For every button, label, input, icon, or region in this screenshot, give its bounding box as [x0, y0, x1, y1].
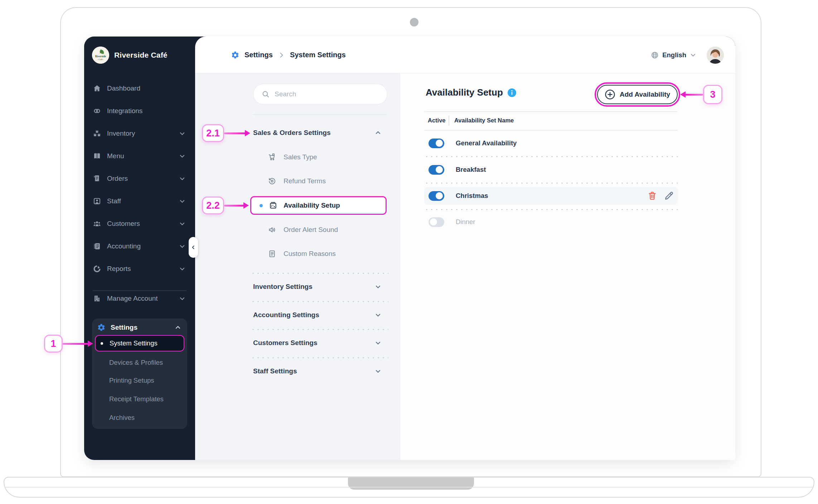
link-icon — [93, 107, 101, 115]
section-inventory-settings[interactable]: Inventory Settings — [253, 280, 382, 294]
sidebar-item-devices-profiles[interactable]: Devices & Profiles — [109, 355, 184, 370]
breadcrumb-system-settings[interactable]: System Settings — [290, 51, 346, 59]
sidebar-collapse-handle[interactable] — [189, 237, 198, 258]
row-label: Christmas — [456, 192, 488, 200]
section-sales-orders-settings[interactable]: Sales & Orders Settings — [253, 126, 382, 140]
sidebar-item-staff[interactable]: Staff — [93, 190, 187, 212]
sidebar-item-customers[interactable]: Customers — [93, 212, 187, 235]
nav-item-availability-setup[interactable]: Availability Setup — [250, 196, 387, 215]
sidebar-item-inventory[interactable]: Inventory — [93, 122, 187, 145]
sidebar-item-orders[interactable]: Orders — [93, 167, 187, 190]
table-row: General Availability — [424, 134, 678, 152]
dotted-separator — [251, 273, 388, 274]
sidebar-item-label: Printing Setups — [109, 377, 154, 384]
riverside-cafe-logo-icon: Riverside - Café - — [92, 47, 109, 64]
settings-nav-panel: Sales & Orders Settings Sales Type Refun… — [195, 73, 400, 460]
dotted-separator — [424, 156, 678, 157]
sidebar-item-label: Staff — [107, 197, 172, 205]
nav-item-refund-terms[interactable]: Refund Terms — [268, 173, 375, 189]
language-selector[interactable]: English — [650, 51, 697, 59]
chevron-up-icon — [374, 129, 382, 137]
app-header: Settings System Settings English — [195, 37, 735, 73]
table-row: Dinner — [424, 213, 678, 231]
section-customers-settings[interactable]: Customers Settings — [253, 336, 382, 350]
sidebar-nav: Dashboard Integrations Inventory Menu Or… — [93, 77, 187, 280]
nav-item-order-alert-sound[interactable]: Order Alert Sound — [268, 222, 375, 238]
globe-icon — [650, 51, 659, 59]
sidebar-item-label: Receipt Templates — [109, 395, 164, 403]
active-dot-icon — [101, 342, 103, 345]
main-content: Availability Setup Add Availability Acti… — [400, 73, 735, 460]
sidebar-item-integrations[interactable]: Integrations — [93, 100, 187, 122]
people-icon — [93, 219, 101, 228]
toggle-knob — [436, 166, 443, 173]
nav-item-label: Availability Setup — [284, 202, 340, 209]
sidebar-item-printing-setups[interactable]: Printing Setups — [109, 373, 184, 388]
sidebar-item-label: Dashboard — [107, 84, 140, 92]
sidebar-item-menu[interactable]: Menu — [93, 145, 187, 167]
toggle-dinner[interactable] — [429, 217, 444, 227]
nav-item-label: Sales Type — [284, 153, 317, 161]
trash-icon[interactable] — [647, 190, 658, 201]
breadcrumb-settings[interactable]: Settings — [245, 51, 273, 59]
dotted-separator — [424, 183, 678, 184]
sidebar-item-dashboard[interactable]: Dashboard — [93, 77, 187, 100]
section-accounting-settings[interactable]: Accounting Settings — [253, 308, 382, 322]
sidebar-item-label: Settings — [111, 324, 169, 331]
sidebar-item-label: Integrations — [107, 107, 142, 115]
annotation-arrowhead-icon — [243, 202, 249, 209]
svg-text:Riverside: Riverside — [95, 55, 106, 58]
section-staff-settings[interactable]: Staff Settings — [253, 364, 382, 378]
row-label: Breakfast — [456, 166, 486, 174]
main-title-row: Availability Setup — [426, 87, 517, 98]
laptop-camera-dot — [410, 18, 418, 26]
row-label: General Availability — [456, 139, 517, 147]
separator — [253, 114, 387, 115]
search-icon — [261, 90, 270, 98]
sidebar-item-settings[interactable]: Settings — [97, 320, 182, 335]
sidebar-item-archives[interactable]: Archives — [109, 411, 184, 425]
toggle-christmas[interactable] — [429, 191, 444, 201]
section-label: Sales & Orders Settings — [253, 129, 374, 137]
home-icon — [93, 84, 101, 93]
avatar[interactable] — [707, 47, 724, 64]
app-window: Riverside - Café - Riverside Café Dashbo… — [84, 37, 735, 460]
chevron-down-icon — [374, 339, 382, 347]
annotation-arrow-line — [685, 94, 703, 96]
nav-item-sales-type[interactable]: Sales Type — [268, 149, 375, 165]
chevron-right-icon — [278, 52, 285, 59]
toggle-breakfast[interactable] — [429, 165, 444, 175]
edit-pencil-icon[interactable] — [663, 190, 674, 201]
annotation-arrowhead-icon — [88, 340, 93, 347]
brand: Riverside - Café - Riverside Café — [92, 46, 168, 64]
sidebar-item-reports[interactable]: Reports — [93, 257, 187, 280]
active-dot-icon — [260, 204, 263, 207]
add-availability-button[interactable]: Add Availability — [597, 85, 678, 104]
chevron-down-icon — [178, 174, 187, 183]
building-icon — [93, 294, 101, 303]
sidebar-item-label: Reports — [107, 265, 172, 273]
sidebar-item-manage-account[interactable]: Manage Account — [93, 287, 187, 310]
nav-item-custom-reasons[interactable]: Custom Reasons — [268, 246, 375, 262]
sidebar-settings-group: Settings System Settings Devices & Profi… — [92, 319, 187, 429]
sidebar-item-system-settings[interactable]: System Settings — [95, 335, 184, 352]
sidebar-item-receipt-templates[interactable]: Receipt Templates — [109, 392, 184, 406]
chevron-down-icon — [374, 367, 382, 375]
info-icon[interactable] — [507, 88, 517, 97]
book-icon — [93, 152, 101, 160]
chevron-down-icon — [178, 294, 187, 303]
header-right: English — [650, 37, 724, 73]
table-border — [424, 130, 678, 131]
toggle-general-availability[interactable] — [429, 139, 444, 148]
sidebar-item-label: Accounting — [107, 242, 172, 250]
chevron-down-icon — [178, 219, 187, 228]
sidebar-item-accounting[interactable]: Accounting — [93, 235, 187, 257]
chevron-down-icon — [374, 282, 382, 291]
cart-icon — [268, 153, 276, 161]
breadcrumb: Settings System Settings — [231, 37, 346, 73]
row-label: Dinner — [456, 218, 475, 226]
toggle-knob — [430, 218, 437, 226]
page-title: Availability Setup — [426, 87, 503, 98]
dotted-separator — [251, 301, 388, 302]
search-input[interactable] — [275, 90, 379, 98]
